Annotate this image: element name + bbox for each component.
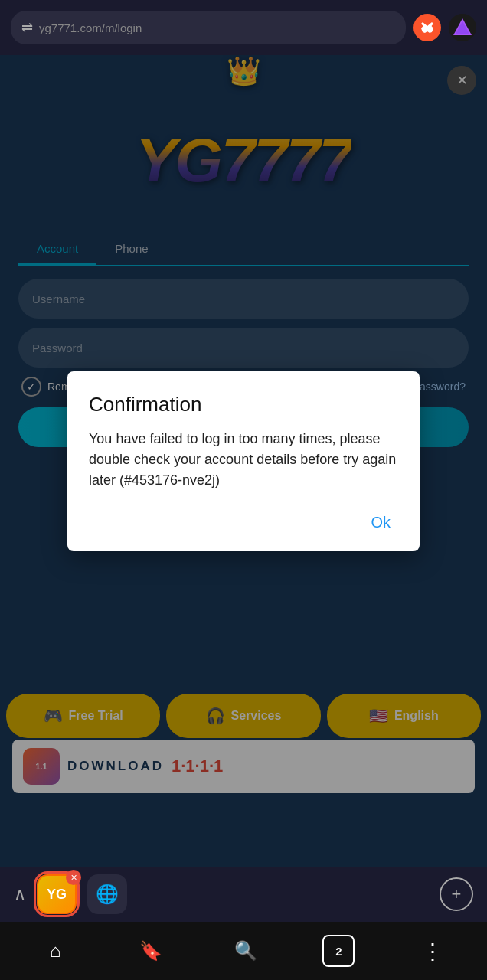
second-tab-icon: 🌐 <box>96 884 119 905</box>
dialog-actions: Ok <box>89 509 398 536</box>
search-button[interactable]: 🔍 <box>227 933 264 969</box>
dialog-title: Confirmation <box>89 393 398 416</box>
task-chevron-up[interactable]: ∧ <box>14 884 26 904</box>
dialog-overlay: Confirmation You have failed to log in t… <box>0 55 487 867</box>
task-bar: ∧ YG ✕ 🌐 + <box>0 867 487 922</box>
brave-icon[interactable] <box>413 14 441 41</box>
url-bar[interactable]: ⇌ yg7771.com/m/login <box>11 11 406 44</box>
search-icon: 🔍 <box>234 940 257 962</box>
dialog-body: You have failed to log in too many times… <box>89 429 398 491</box>
bookmark-icon: 🔖 <box>139 940 162 962</box>
tabs-count: 2 <box>335 945 342 958</box>
menu-icon: ⋮ <box>422 939 442 964</box>
menu-button[interactable]: ⋮ <box>413 933 450 969</box>
atri-icon[interactable] <box>449 14 476 41</box>
url-text: yg7771.com/m/login <box>39 21 142 34</box>
tabs-button[interactable]: 2 <box>322 935 355 967</box>
new-tab-button[interactable]: + <box>440 877 473 911</box>
confirmation-dialog: Confirmation You have failed to log in t… <box>67 371 420 551</box>
main-content: ✕ 👑 YG7777 Account Phone Username Passwo… <box>0 55 487 867</box>
url-icon: ⇌ <box>21 19 33 36</box>
dialog-ok-button[interactable]: Ok <box>363 509 398 536</box>
nav-bar: ⌂ 🔖 🔍 2 ⋮ <box>0 922 487 980</box>
tab-close-button[interactable]: ✕ <box>66 870 81 885</box>
home-button[interactable]: ⌂ <box>37 933 74 969</box>
address-bar: ⇌ yg7771.com/m/login <box>0 0 487 55</box>
home-icon: ⌂ <box>50 940 61 962</box>
active-tab[interactable]: YG ✕ <box>37 874 77 914</box>
second-tab[interactable]: 🌐 <box>87 874 127 914</box>
browser-icons <box>413 14 476 41</box>
bookmark-button[interactable]: 🔖 <box>132 933 169 969</box>
